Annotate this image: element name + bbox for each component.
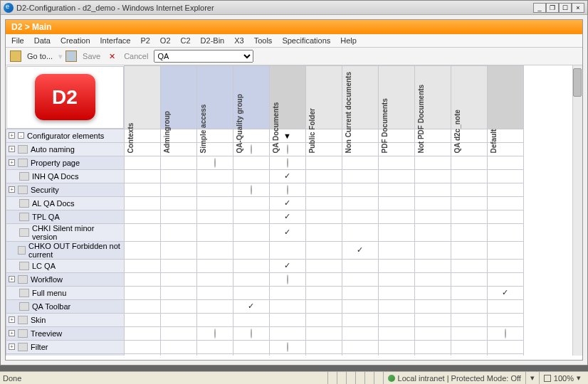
matrix-cell[interactable]: [160, 156, 196, 169]
column-header[interactable]: QA d2c_note: [451, 66, 487, 129]
matrix-cell[interactable]: [233, 340, 269, 353]
matrix-cell[interactable]: [414, 210, 451, 223]
matrix-cell[interactable]: [124, 353, 160, 356]
matrix-cell[interactable]: [160, 353, 196, 356]
matrix-cell[interactable]: ✓: [269, 259, 305, 272]
matrix-cell[interactable]: [342, 272, 378, 286]
menu-interface[interactable]: Interface: [100, 36, 131, 45]
matrix-cell[interactable]: [124, 340, 160, 353]
matrix-cell[interactable]: [196, 169, 233, 183]
matrix-cell[interactable]: [342, 196, 378, 210]
matrix-cell[interactable]: [414, 326, 451, 340]
row-header[interactable]: SRCH QA Documents: [6, 353, 125, 356]
menu-c2[interactable]: C2: [181, 36, 191, 45]
row-header[interactable]: LC QA: [6, 259, 125, 272]
matrix-cell[interactable]: [378, 353, 414, 356]
matrix-cell[interactable]: [124, 326, 160, 340]
matrix-cell[interactable]: [305, 299, 342, 313]
matrix-cell[interactable]: [233, 286, 269, 299]
expand-all-button[interactable]: +: [9, 132, 15, 139]
matrix-cell[interactable]: [414, 196, 451, 210]
tree-expand-button[interactable]: +: [9, 343, 15, 350]
matrix-cell[interactable]: [233, 196, 269, 210]
matrix-cell[interactable]: [487, 169, 523, 183]
maximize-button[interactable]: ☐: [559, 3, 572, 13]
matrix-cell[interactable]: [451, 223, 487, 241]
column-header[interactable]: Default: [487, 66, 523, 129]
matrix-cell[interactable]: [342, 299, 378, 313]
matrix-cell[interactable]: [196, 313, 233, 326]
matrix-cell[interactable]: [124, 156, 160, 169]
menu-d2-bin[interactable]: D2-Bin: [201, 36, 225, 45]
minimize-button[interactable]: _: [533, 3, 546, 13]
matrix-cell[interactable]: [305, 259, 342, 272]
matrix-cell[interactable]: [378, 259, 414, 272]
matrix-cell[interactable]: [378, 299, 414, 313]
matrix-cell[interactable]: [160, 210, 196, 223]
row-header[interactable]: +Treeview: [6, 326, 125, 340]
matrix-cell[interactable]: [451, 169, 487, 183]
row-header[interactable]: CHKO OUT Forbidden not current: [6, 241, 125, 259]
matrix-cell[interactable]: [124, 223, 160, 241]
matrix-cell[interactable]: [196, 326, 233, 340]
matrix-cell[interactable]: [269, 286, 305, 299]
tree-expand-button[interactable]: +: [9, 276, 15, 282]
tree-expand-button[interactable]: +: [9, 146, 15, 152]
matrix-cell[interactable]: ✓: [269, 196, 305, 210]
matrix-cell[interactable]: ✓: [269, 169, 305, 183]
column-header[interactable]: Non Current documents: [342, 66, 378, 129]
matrix-cell[interactable]: [269, 340, 305, 353]
column-header[interactable]: Contexts: [124, 66, 160, 129]
matrix-cell[interactable]: [269, 183, 305, 196]
matrix-cell[interactable]: [342, 286, 378, 299]
row-header[interactable]: +Security: [6, 183, 125, 196]
matrix-cell[interactable]: [124, 272, 160, 286]
matrix-cell[interactable]: [124, 299, 160, 313]
matrix-cell[interactable]: [414, 156, 451, 169]
menu-data[interactable]: Data: [34, 36, 51, 45]
matrix-cell[interactable]: [451, 340, 487, 353]
matrix-cell[interactable]: [305, 353, 342, 356]
matrix-cell[interactable]: [487, 223, 523, 241]
row-header[interactable]: CHKI Silent minor version: [6, 223, 125, 241]
matrix-cell[interactable]: ✓: [269, 210, 305, 223]
matrix-cell[interactable]: [414, 353, 451, 356]
matrix-cell[interactable]: [451, 196, 487, 210]
matrix-cell[interactable]: [378, 196, 414, 210]
matrix-cell[interactable]: [342, 259, 378, 272]
matrix-cell[interactable]: [451, 326, 487, 340]
matrix-cell[interactable]: [451, 210, 487, 223]
matrix-cell[interactable]: [342, 210, 378, 223]
matrix-cell[interactable]: [305, 326, 342, 340]
matrix-cell[interactable]: [196, 286, 233, 299]
matrix-cell[interactable]: [378, 210, 414, 223]
menu-creation[interactable]: Creation: [61, 36, 90, 45]
matrix-cell[interactable]: [487, 241, 523, 259]
row-header[interactable]: +Filter: [6, 340, 125, 353]
matrix-cell[interactable]: [233, 169, 269, 183]
matrix-cell[interactable]: [378, 340, 414, 353]
matrix-cell[interactable]: [451, 313, 487, 326]
matrix-cell[interactable]: [378, 156, 414, 169]
matrix-cell[interactable]: [233, 259, 269, 272]
tree-expand-button[interactable]: +: [9, 330, 15, 336]
matrix-cell[interactable]: [414, 340, 451, 353]
save-button[interactable]: Save: [80, 52, 103, 60]
matrix-cell[interactable]: [487, 340, 523, 353]
matrix-cell[interactable]: [378, 326, 414, 340]
matrix-cell[interactable]: [160, 196, 196, 210]
matrix-cell[interactable]: [378, 272, 414, 286]
row-header[interactable]: +Skin: [6, 313, 125, 326]
zoom-control[interactable]: 100% ▾: [539, 372, 585, 384]
matrix-cell[interactable]: [305, 241, 342, 259]
matrix-cell[interactable]: [233, 272, 269, 286]
menu-file[interactable]: File: [11, 36, 24, 45]
matrix-cell[interactable]: [305, 340, 342, 353]
row-header[interactable]: +Property page: [6, 156, 125, 169]
matrix-cell[interactable]: ✓: [487, 286, 523, 299]
matrix-cell[interactable]: [414, 299, 451, 313]
tree-expand-button[interactable]: +: [9, 316, 15, 323]
matrix-cell[interactable]: [196, 340, 233, 353]
matrix-cell[interactable]: [451, 241, 487, 259]
column-header[interactable]: QA Documents: [269, 66, 305, 129]
